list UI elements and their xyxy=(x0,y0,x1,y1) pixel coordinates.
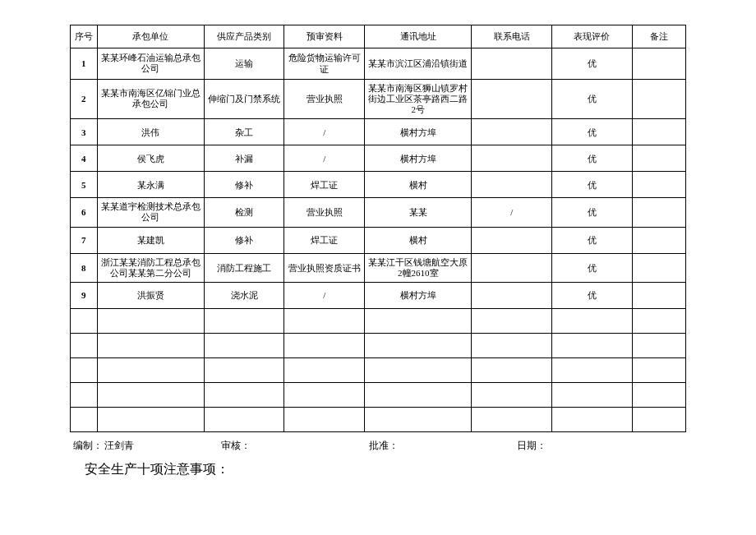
cell-empty xyxy=(284,333,365,357)
th-phone: 联系电话 xyxy=(472,25,552,48)
cell-empty xyxy=(284,357,365,382)
cell-material: 焊工证 xyxy=(284,227,365,253)
cell-unit: 某某环峰石油运输总承包公司 xyxy=(97,48,204,80)
cell-remark xyxy=(632,145,685,172)
cell-address: 横村方埠 xyxy=(365,119,472,145)
th-remark: 备注 xyxy=(632,25,685,48)
cell-seq: 4 xyxy=(71,145,98,172)
cell-phone xyxy=(472,253,552,282)
cell-eval: 优 xyxy=(552,79,633,119)
cell-empty xyxy=(365,407,472,431)
cell-empty xyxy=(472,357,552,382)
cell-phone xyxy=(472,227,552,253)
cell-seq: 6 xyxy=(71,198,98,227)
cell-remark xyxy=(632,198,685,227)
cell-category: 伸缩门及门禁系统 xyxy=(204,79,284,119)
cell-material: 焊工证 xyxy=(284,172,365,198)
cell-empty xyxy=(552,308,633,333)
cell-empty xyxy=(472,382,552,407)
table-row: 7某建凯修补焊工证横村优 xyxy=(71,227,686,253)
cell-unit: 某建凯 xyxy=(97,227,204,253)
th-seq: 序号 xyxy=(71,25,98,48)
cell-empty xyxy=(365,382,472,407)
cell-eval: 优 xyxy=(552,172,633,198)
cell-seq: 7 xyxy=(71,227,98,253)
cell-category: 修补 xyxy=(204,172,284,198)
cell-address: 横村 xyxy=(365,172,472,198)
cell-address: 横村方埠 xyxy=(365,145,472,172)
cell-empty xyxy=(632,407,685,431)
cell-category: 补漏 xyxy=(204,145,284,172)
cell-empty xyxy=(71,357,98,382)
table-header-row: 序号 承包单位 供应产品类别 预审资料 通讯地址 联系电话 表现评价 备注 xyxy=(71,25,686,48)
cell-remark xyxy=(632,282,685,308)
th-category: 供应产品类别 xyxy=(204,25,284,48)
cell-unit: 洪振贤 xyxy=(97,282,204,308)
cell-empty xyxy=(552,382,633,407)
cell-empty xyxy=(552,357,633,382)
cell-empty xyxy=(97,333,204,357)
cell-phone xyxy=(472,79,552,119)
cell-remark xyxy=(632,172,685,198)
cell-empty xyxy=(365,333,472,357)
table-row: 9洪振贤浇水泥/横村方埠优 xyxy=(71,282,686,308)
cell-empty xyxy=(284,382,365,407)
cell-empty xyxy=(97,357,204,382)
cell-empty xyxy=(365,308,472,333)
cell-category: 消防工程施工 xyxy=(204,253,284,282)
cell-empty xyxy=(552,333,633,357)
table-row: 2某某市南海区亿锦门业总承包公司伸缩门及门禁系统营业执照某某市南海区狮山镇罗村街… xyxy=(71,79,686,119)
cell-empty xyxy=(204,308,284,333)
cell-empty xyxy=(472,407,552,431)
cell-address: 横村 xyxy=(365,227,472,253)
cell-phone: / xyxy=(472,198,552,227)
table-row: 1某某环峰石油运输总承包公司运输危险货物运输许可证某某市滨江区浦沿镇街道优 xyxy=(71,48,686,80)
th-address: 通讯地址 xyxy=(365,25,472,48)
cell-eval: 优 xyxy=(552,48,633,80)
cell-seq: 1 xyxy=(71,48,98,80)
cell-material: 营业执照 xyxy=(284,79,365,119)
cell-empty xyxy=(472,333,552,357)
cell-remark xyxy=(632,253,685,282)
cell-empty xyxy=(71,407,98,431)
contractor-table: 序号 承包单位 供应产品类别 预审资料 通讯地址 联系电话 表现评价 备注 1某… xyxy=(70,25,686,432)
cell-empty xyxy=(204,382,284,407)
cell-empty xyxy=(472,308,552,333)
cell-empty xyxy=(365,357,472,382)
cell-empty xyxy=(632,333,685,357)
cell-eval: 优 xyxy=(552,198,633,227)
cell-category: 修补 xyxy=(204,227,284,253)
table-row-empty xyxy=(71,382,686,407)
table-row-empty xyxy=(71,407,686,431)
cell-seq: 5 xyxy=(71,172,98,198)
cell-empty xyxy=(552,407,633,431)
cell-phone xyxy=(472,48,552,80)
cell-remark xyxy=(632,48,685,80)
cell-eval: 优 xyxy=(552,227,633,253)
cell-empty xyxy=(97,407,204,431)
date-label: 日期： xyxy=(517,439,546,453)
cell-seq: 3 xyxy=(71,119,98,145)
cell-address: 某某江干区钱塘航空大原2幢2610室 xyxy=(365,253,472,282)
table-row-empty xyxy=(71,333,686,357)
cell-material: / xyxy=(284,282,365,308)
cell-remark xyxy=(632,119,685,145)
cell-empty xyxy=(284,308,365,333)
cell-category: 检测 xyxy=(204,198,284,227)
cell-eval: 优 xyxy=(552,119,633,145)
approver-label: 批准： xyxy=(369,439,399,453)
cell-empty xyxy=(71,382,98,407)
cell-material: / xyxy=(284,145,365,172)
table-row: 6某某道宇检测技术总承包公司检测营业执照某某/优 xyxy=(71,198,686,227)
table-body: 1某某环峰石油运输总承包公司运输危险货物运输许可证某某市滨江区浦沿镇街道优2某某… xyxy=(71,48,686,432)
cell-empty xyxy=(632,308,685,333)
cell-empty xyxy=(204,357,284,382)
table-row: 8浙江某某消防工程总承包公司某某第二分公司消防工程施工营业执照资质证书某某江干区… xyxy=(71,253,686,282)
cell-material: 营业执照资质证书 xyxy=(284,253,365,282)
cell-empty xyxy=(97,308,204,333)
footer-signoff: 编制： 汪剑青 审核： 批准： 日期： xyxy=(70,439,686,453)
cell-remark xyxy=(632,79,685,119)
cell-phone xyxy=(472,282,552,308)
cell-unit: 某某市南海区亿锦门业总承包公司 xyxy=(97,79,204,119)
cell-eval: 优 xyxy=(552,253,633,282)
